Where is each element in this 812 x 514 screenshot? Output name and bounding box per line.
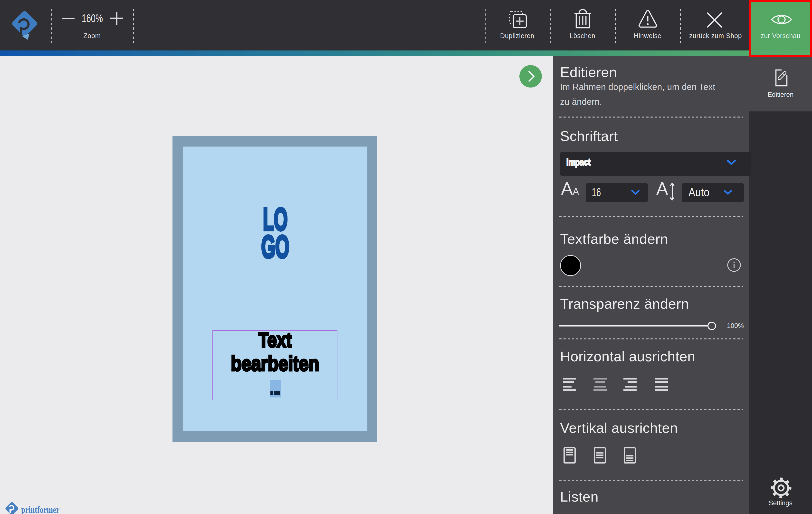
svg-text:GO: GO	[261, 229, 289, 265]
svg-text:printformer: printformer	[21, 505, 59, 514]
svg-text:Impact: Impact	[567, 157, 590, 167]
